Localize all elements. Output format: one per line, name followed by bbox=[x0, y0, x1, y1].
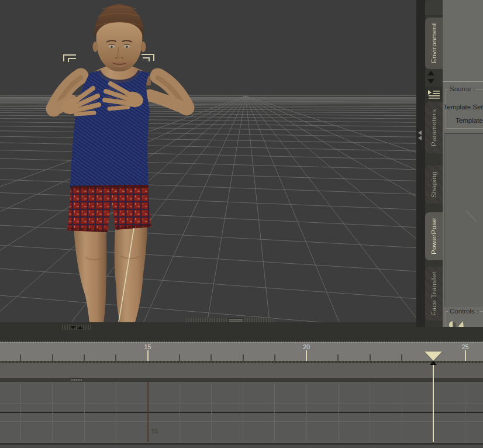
dock-collapse-arrows-icon[interactable] bbox=[418, 130, 424, 140]
grid-vline bbox=[52, 382, 53, 442]
ruler-frame-label: 20 bbox=[303, 343, 310, 350]
tab-shaping[interactable]: Shaping bbox=[425, 166, 443, 204]
source-group-title: Source : bbox=[448, 85, 477, 92]
viewport-canvas bbox=[0, 0, 416, 322]
dopesheet-grid[interactable]: 15 bbox=[0, 382, 483, 442]
template-set-label: Template Set : bbox=[443, 104, 483, 111]
grid-vline bbox=[243, 382, 243, 442]
powerpose-panel: Source : Template Set : Template : Contr… bbox=[443, 0, 483, 327]
template-label: Template : bbox=[456, 117, 483, 124]
playhead-handle[interactable] bbox=[425, 351, 442, 361]
timeline-ruler[interactable]: 152025 bbox=[0, 342, 483, 361]
right-ear bbox=[141, 42, 146, 52]
left-ear bbox=[93, 42, 98, 52]
controls-toggle-icon[interactable] bbox=[449, 321, 457, 327]
timeline-bottom-strip bbox=[0, 443, 483, 448]
tab-parameters[interactable]: Parameters bbox=[425, 102, 443, 153]
grid-vline bbox=[402, 382, 402, 442]
playhead-line bbox=[433, 365, 434, 442]
timeline-top-strip bbox=[0, 322, 483, 342]
tab-scroll-up-button[interactable] bbox=[427, 71, 436, 78]
collapse-up-icon bbox=[77, 326, 83, 329]
controls-groupbox: Controls : bbox=[446, 311, 483, 327]
grid-vline-marked bbox=[147, 382, 149, 442]
grid-vline bbox=[211, 382, 212, 442]
grid-vline bbox=[465, 382, 465, 442]
tab-face-transfer[interactable]: Face Transfer bbox=[425, 267, 443, 321]
ruler-tick-major bbox=[465, 350, 466, 361]
pane-menu-icon bbox=[427, 89, 440, 99]
right-dock: Environment Parameters Shaping PowerPose… bbox=[416, 0, 483, 327]
right-pupil bbox=[126, 46, 127, 47]
grid-hline-thick bbox=[0, 412, 483, 413]
timeline-collapse-handle[interactable] bbox=[62, 325, 91, 330]
splitter-knob[interactable] bbox=[228, 318, 243, 322]
grid-vline bbox=[179, 382, 180, 442]
ruler-frame-label: 15 bbox=[144, 343, 151, 350]
arrow-up-icon bbox=[427, 71, 434, 75]
tab-powerpose[interactable]: PowerPose bbox=[425, 212, 443, 260]
timeline-pane: 152025 15 bbox=[0, 322, 483, 448]
right-leg bbox=[115, 227, 147, 322]
controls-group-title: Controls : bbox=[448, 308, 480, 315]
dock-divider[interactable] bbox=[416, 0, 425, 327]
tab-scroll-down-button[interactable] bbox=[427, 79, 436, 86]
app-window: Environment Parameters Shaping PowerPose… bbox=[0, 0, 483, 448]
floor-grid bbox=[0, 95, 416, 322]
left-pupil bbox=[111, 46, 112, 47]
arrow-down-icon bbox=[427, 79, 434, 84]
playhead-arrow-icon bbox=[430, 361, 437, 365]
track-strip-knob[interactable] bbox=[71, 378, 82, 381]
grid-vline bbox=[20, 382, 21, 442]
ruler-tick-major bbox=[147, 350, 149, 361]
grid-vline bbox=[338, 382, 339, 442]
bracket-left-inner bbox=[68, 58, 76, 62]
panel-top-edge bbox=[443, 81, 483, 82]
controls-cursor-icon[interactable] bbox=[458, 321, 466, 327]
tab-partial-top[interactable] bbox=[425, 0, 443, 15]
face bbox=[96, 18, 143, 71]
timeline-lower-band[interactable] bbox=[0, 363, 483, 378]
pane-options-menu-button[interactable] bbox=[425, 87, 443, 101]
left-leg bbox=[74, 228, 106, 322]
nostril-left bbox=[115, 57, 118, 58]
collapse-down-icon bbox=[70, 326, 76, 329]
grid-frame-label: 15 bbox=[151, 428, 158, 435]
ruler-tick-major bbox=[306, 350, 307, 361]
template-view-box[interactable] bbox=[444, 133, 483, 307]
tank-top bbox=[70, 71, 150, 186]
bracket-right-inner bbox=[143, 58, 149, 61]
nostril-right bbox=[121, 57, 123, 58]
track-header-strip bbox=[0, 378, 483, 382]
template-figure-fragment bbox=[466, 211, 477, 222]
grid-vline bbox=[84, 382, 85, 442]
grid-hline bbox=[0, 421, 483, 422]
grid-vline bbox=[370, 382, 370, 442]
grid-vline bbox=[116, 382, 116, 442]
viewport-3d[interactable] bbox=[0, 0, 416, 323]
grid-vline bbox=[306, 382, 307, 442]
grid-hline bbox=[0, 403, 483, 404]
ruler-frame-label: 25 bbox=[461, 343, 468, 350]
source-groupbox: Source : Template Set : Template : bbox=[446, 89, 483, 129]
grid-vline bbox=[274, 382, 275, 442]
viewport-splitter-grip[interactable] bbox=[186, 318, 274, 322]
tab-environment[interactable]: Environment bbox=[425, 18, 443, 69]
character-model[interactable] bbox=[53, 4, 187, 322]
